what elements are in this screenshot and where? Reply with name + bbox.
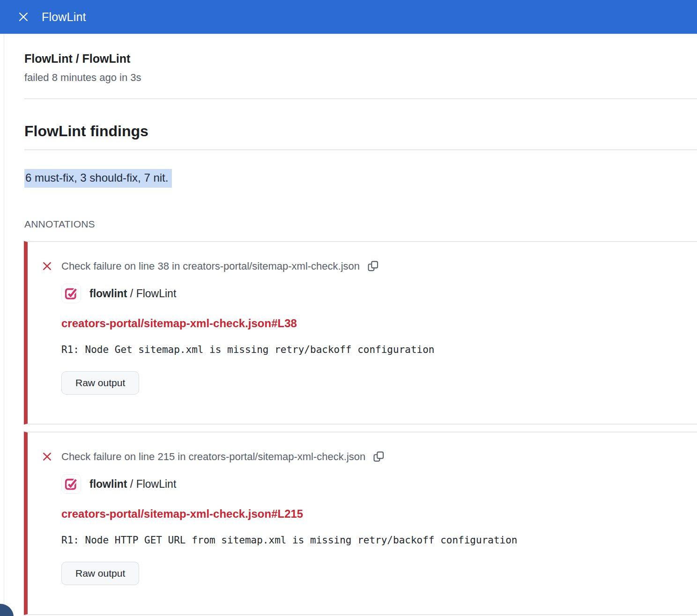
findings-summary-row: 6 must-fix, 3 should-fix, 7 nit. [24,169,697,188]
app-row: flowlint / FlowLint [61,474,697,494]
annotation-file-link[interactable]: creators-portal/sitemap-xml-check.json#L… [61,317,297,330]
annotation-header-row: Check failure on line 38 in creators-por… [42,260,697,272]
header-title: FlowLint [42,10,86,24]
checkbox-icon [64,477,78,491]
divider [24,98,697,99]
divider [24,149,697,150]
app-row: flowlint / FlowLint [61,284,697,303]
flowlint-app-icon [61,284,81,303]
copy-path-button[interactable] [372,450,385,463]
app-suffix: / FlowLint [127,287,176,300]
annotations-section-label: ANNOTATIONS [24,219,697,230]
check-run-panel: FlowLint / FlowLint failed 8 minutes ago… [4,34,697,616]
findings-heading: FlowLint findings [24,123,697,140]
app-title: flowlint / FlowLint [89,478,176,491]
annotation-card: Check failure on line 215 in creators-po… [24,432,697,615]
annotation-header: Check failure on line 215 in creators-po… [61,451,365,463]
annotation-message: R1: Node HTTP GET URL from sitemap.xml i… [61,535,697,546]
app-title: flowlint / FlowLint [89,287,176,300]
app-suffix: / FlowLint [127,478,176,490]
app-name: flowlint [89,287,127,300]
check-run-header: FlowLint [0,0,697,34]
annotation-card: Check failure on line 38 in creators-por… [24,241,697,425]
failure-x-icon [42,261,52,271]
annotation-header-row: Check failure on line 215 in creators-po… [42,450,697,463]
checkbox-icon [64,286,78,301]
raw-output-button[interactable]: Raw output [61,371,139,395]
annotation-file-link[interactable]: creators-portal/sitemap-xml-check.json#L… [61,507,303,521]
failure-x-icon [42,451,52,462]
run-title: FlowLint / FlowLint [24,52,697,66]
findings-summary: 6 must-fix, 3 should-fix, 7 nit. [24,169,172,188]
flowlint-app-icon [61,474,81,494]
annotations-list: Check failure on line 38 in creators-por… [24,241,697,615]
run-status: failed 8 minutes ago in 3s [24,72,697,84]
annotation-message: R1: Node Get sitemap.xml is missing retr… [61,344,697,355]
app-name: flowlint [89,478,127,490]
copy-icon [367,260,379,272]
close-icon [18,11,29,22]
copy-path-button[interactable] [367,260,379,272]
copy-icon [372,450,385,463]
annotation-header: Check failure on line 38 in creators-por… [61,260,360,272]
close-button[interactable] [17,11,30,23]
raw-output-button[interactable]: Raw output [61,562,139,585]
